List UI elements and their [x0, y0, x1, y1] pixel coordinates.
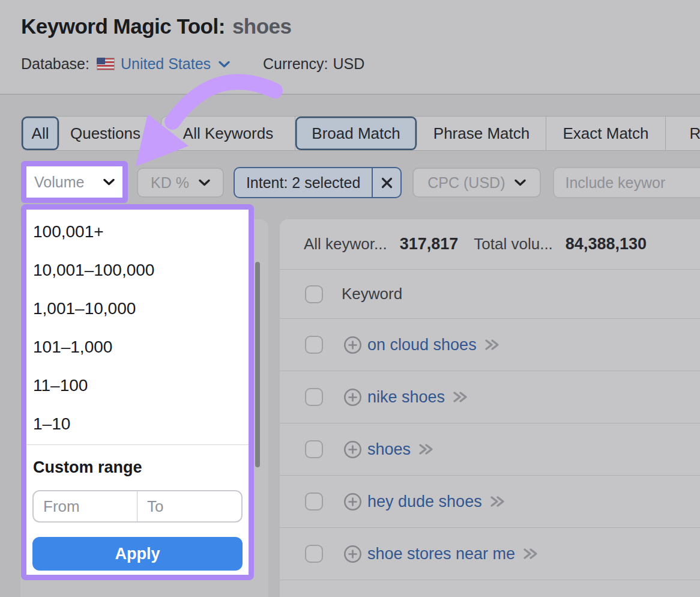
add-keyword-button[interactable]	[343, 388, 362, 407]
row-checkbox[interactable]	[305, 545, 323, 563]
page-header: Keyword Magic Tool:shoes Database: Unite…	[0, 0, 700, 95]
currency-label: Currency:USD	[263, 55, 364, 73]
range-to-input[interactable]	[137, 491, 241, 521]
tab-all[interactable]: All	[22, 117, 59, 150]
kd-filter-label: KD %	[151, 174, 189, 192]
table-row: shoes	[280, 423, 700, 476]
select-all-checkbox[interactable]	[305, 285, 323, 303]
all-keywords-count: 317,817	[400, 235, 459, 253]
tab-rel[interactable]: Rel	[666, 117, 700, 150]
page-title: Keyword Magic Tool:shoes	[21, 14, 292, 38]
volume-option[interactable]: 100,001+	[26, 213, 249, 251]
filters-toolbar: Volume KD % Intent: 2 selected CPC (USD)	[21, 161, 700, 203]
expand-keyword-button[interactable]	[452, 390, 468, 404]
double-chevron-right-icon	[489, 494, 505, 509]
tab-all-keywords[interactable]: All Keywords	[161, 117, 295, 150]
cpc-filter-button[interactable]: CPC (USD)	[412, 168, 541, 198]
tab-phrase-match[interactable]: Phrase Match	[417, 117, 546, 150]
keyword-link[interactable]: hey dude shoes	[367, 492, 482, 511]
volume-option[interactable]: 11–100	[26, 366, 249, 405]
double-chevron-right-icon	[522, 547, 539, 561]
intent-filter-chip[interactable]: Intent: 2 selected	[234, 167, 402, 198]
results-stats-bar: All keywor... 317,817 Total volu... 84,3…	[280, 219, 700, 270]
intent-filter-label: Intent: 2 selected	[235, 174, 372, 192]
custom-range-inputs	[32, 490, 243, 523]
page-title-text: Keyword Magic Tool:	[21, 14, 225, 38]
close-icon	[381, 177, 393, 189]
plus-circle-icon	[343, 388, 362, 407]
double-chevron-right-icon	[418, 442, 434, 456]
database-value: United States	[121, 55, 211, 73]
volume-filter-button[interactable]: Volume	[26, 166, 122, 198]
expand-keyword-button[interactable]	[489, 494, 505, 509]
row-checkbox[interactable]	[305, 492, 323, 511]
tab-broad-match[interactable]: Broad Match	[295, 117, 417, 150]
range-from-input[interactable]	[34, 491, 137, 521]
keyword-link[interactable]: shoe stores near me	[367, 545, 515, 563]
double-chevron-right-icon	[452, 390, 468, 404]
us-flag-icon	[97, 58, 115, 70]
plus-circle-icon	[343, 336, 362, 354]
volume-option[interactable]: 101–1,000	[26, 328, 249, 366]
table-row: on cloud shoes	[280, 319, 700, 371]
page-title-query: shoes	[232, 14, 292, 38]
volume-option[interactable]: 1,001–10,000	[26, 289, 249, 328]
database-label: Database:	[21, 55, 89, 73]
plus-circle-icon	[343, 545, 362, 563]
cpc-filter-label: CPC (USD)	[427, 174, 505, 192]
match-type-tabs: AllQuestions All KeywordsBroad MatchPhra…	[21, 116, 700, 151]
row-checkbox[interactable]	[305, 388, 323, 406]
double-chevron-right-icon	[484, 338, 500, 352]
volume-filter-highlight: Volume	[21, 161, 128, 203]
add-keyword-button[interactable]	[343, 336, 362, 354]
expand-keyword-button[interactable]	[418, 442, 434, 456]
all-keywords-label: All keywor...	[304, 235, 387, 253]
chevron-down-icon	[103, 178, 115, 186]
include-keywords-input[interactable]	[553, 167, 700, 198]
custom-range-label: Custom range	[33, 458, 242, 477]
add-keyword-button[interactable]	[343, 440, 362, 459]
currency-value: USD	[333, 55, 364, 72]
total-volume-label: Total volu...	[474, 235, 553, 253]
volume-option[interactable]: 1–10	[26, 405, 249, 443]
keywords-table-card: All keywor... 317,817 Total volu... 84,3…	[280, 219, 700, 597]
table-header-row: Keyword	[280, 270, 700, 319]
total-volume-count: 84,388,130	[566, 235, 647, 253]
chevron-down-icon	[199, 179, 210, 186]
row-checkbox[interactable]	[305, 440, 323, 458]
table-row: shoe stores near me	[280, 528, 700, 580]
tab-questions[interactable]: Questions	[59, 117, 151, 150]
add-keyword-button[interactable]	[343, 545, 362, 563]
plus-circle-icon	[343, 492, 362, 511]
tab-exact-match[interactable]: Exact Match	[546, 117, 666, 150]
keyword-link[interactable]: nike shoes	[367, 388, 445, 407]
keyword-link[interactable]: on cloud shoes	[367, 336, 477, 354]
table-row: nike shoes	[280, 371, 700, 423]
keyword-column-header: Keyword	[342, 285, 402, 303]
volume-filter-dropdown: 100,001+10,001–100,0001,001–10,000101–1,…	[21, 204, 254, 580]
table-row: hey dude shoes	[280, 476, 700, 528]
tab-group-match-types: All KeywordsBroad MatchPhrase MatchExact…	[161, 116, 700, 151]
dropdown-divider	[26, 444, 249, 445]
apply-button[interactable]: Apply	[32, 537, 243, 571]
expand-keyword-button[interactable]	[484, 338, 500, 352]
chevron-down-icon	[219, 61, 230, 68]
kd-filter-button[interactable]: KD %	[137, 168, 224, 198]
row-checkbox[interactable]	[305, 336, 323, 354]
volume-option[interactable]: 10,001–100,000	[26, 251, 249, 289]
expand-keyword-button[interactable]	[522, 547, 539, 561]
keyword-link[interactable]: shoes	[367, 440, 411, 459]
intent-filter-clear-button[interactable]	[373, 168, 400, 197]
add-keyword-button[interactable]	[343, 492, 362, 511]
tab-group-primary: AllQuestions	[21, 116, 152, 151]
volume-filter-label: Volume	[34, 174, 84, 191]
groups-scrollbar-thumb[interactable]	[255, 262, 260, 467]
database-selector[interactable]: United States	[121, 55, 230, 73]
keyword-magic-tool-page: Keyword Magic Tool:shoes Database: Unite…	[0, 0, 700, 597]
plus-circle-icon	[343, 440, 362, 459]
chevron-down-icon	[514, 179, 526, 186]
